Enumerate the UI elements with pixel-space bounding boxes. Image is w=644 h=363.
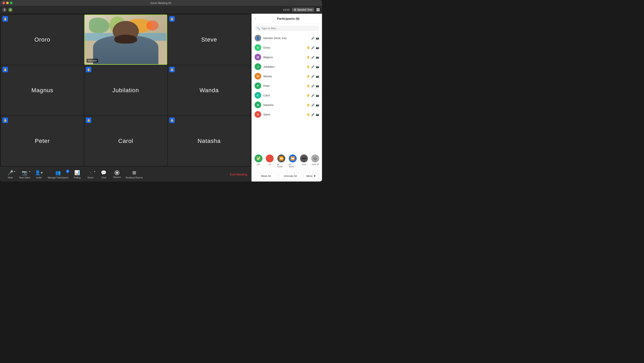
video-caret[interactable]: ▲	[29, 171, 31, 172]
video-tile-jubilation: ✋Jubilation	[84, 65, 167, 116]
reaction-icon-go_slower: ⏪	[278, 155, 285, 162]
reaction-icon-clear_all: ◇	[311, 155, 319, 162]
cam-status-icon-steve: 📷	[316, 113, 319, 116]
traffic-lights	[2, 2, 12, 4]
polling-icon: 📊	[74, 170, 80, 175]
mic-status-icon-narrator: 🎤	[311, 37, 314, 40]
mic-status-icon-wanda: 🎤	[311, 75, 314, 78]
manage-participants-button[interactable]: 👥 9 Manage Participants	[46, 169, 70, 180]
lock-icon[interactable]: 🔒	[8, 8, 12, 12]
chat-button[interactable]: 💬 Chat	[98, 169, 110, 180]
avatar-wanda: W	[254, 73, 261, 80]
chat-icon: 💬	[101, 170, 106, 175]
reaction-label-more: more	[302, 163, 306, 166]
participant-row-natasha[interactable]: NNatasha✋🎤📷	[252, 100, 322, 110]
panel-actions: Mute All Unmute All More ▼	[252, 170, 322, 182]
reaction-icon-go_faster: ⏩	[289, 155, 297, 162]
record-icon	[115, 171, 119, 175]
participant-row-magnus[interactable]: MMagnus✋🎤📷	[252, 52, 322, 62]
cam-status-icon-narrator: 📷	[316, 37, 319, 40]
monitor-icon: 🖥	[294, 8, 296, 11]
stop-video-button[interactable]: 📷 Stop Video ▲	[18, 169, 32, 180]
mic-icon: 🎤	[8, 170, 13, 175]
participant-row-wanda[interactable]: WWanda✋🎤📷	[252, 72, 322, 81]
video-icon: 📷	[22, 170, 28, 175]
participant-row-steve[interactable]: SSteve✋🎤📷	[252, 110, 322, 119]
reaction-btn-more[interactable]: •••more	[300, 155, 308, 168]
bottom-toolbar: 🎤 Mute ▲ 📷 Stop Video ▲ 👤+ Invite 👥 9 Ma…	[0, 167, 252, 182]
video-tile-narrator: ✋ Narrator	[84, 15, 167, 65]
reaction-icon-no: ❌	[266, 155, 274, 162]
participant-row-ororo[interactable]: OOroro✋🎤📷	[252, 43, 322, 52]
panel-more-button[interactable]: More ▼	[303, 173, 319, 179]
chat-label: Chat	[101, 176, 106, 179]
mic-status-icon-ororo: 🎤	[311, 46, 314, 49]
mute-button[interactable]: 🎤 Mute ▲	[4, 169, 16, 180]
mute-all-button[interactable]: Mute All	[254, 173, 277, 179]
participant-row-carol[interactable]: CCarol✋🎤📷	[252, 91, 322, 100]
invite-button[interactable]: 👤+ Invite	[33, 169, 45, 180]
participant-row-narrator[interactable]: 👤Narrator (Host, me)🎤📷	[252, 33, 322, 43]
reaction-label-go_faster: go faster	[289, 163, 297, 168]
breakout-rooms-label: Breakout Rooms	[126, 176, 143, 179]
reaction-btn-no[interactable]: ❌no	[266, 155, 274, 168]
end-meeting-button[interactable]: End Meeting	[230, 173, 247, 176]
cam-status-icon-wanda: 📷	[316, 75, 319, 78]
maximize-button[interactable]	[10, 2, 12, 4]
stop-video-label: Stop Video	[19, 176, 30, 179]
panel-header: ‹ Participants (9)	[252, 14, 322, 24]
hand-raised-icon-peter: ✋	[307, 84, 310, 87]
more-chevron-icon: ▼	[313, 174, 316, 178]
panel-collapse-icon[interactable]: ‹	[255, 17, 256, 20]
participants-search-input[interactable]	[261, 27, 317, 30]
unmute-all-button[interactable]: Unmute All	[279, 173, 302, 179]
video-tile-steve: ✋Steve	[168, 15, 251, 65]
raise-hand-badge-jubilation: ✋	[86, 67, 91, 72]
reaction-btn-yes[interactable]: ✅yes	[254, 155, 262, 168]
participant-name-natasha: Natasha	[263, 103, 304, 107]
video-tile-magnus: ✋Magnus	[1, 65, 84, 116]
reaction-btn-go_slower[interactable]: ⏪go slower	[277, 155, 286, 168]
share-button[interactable]: ↑ Share ▲	[84, 169, 97, 180]
avatar-ororo: O	[254, 44, 261, 51]
reaction-icon-more: •••	[300, 155, 308, 162]
share-label: Share	[87, 176, 93, 179]
tile-name-natasha: Natasha	[198, 138, 220, 144]
minimize-button[interactable]	[6, 2, 9, 4]
grid-view-icon[interactable]	[316, 8, 320, 11]
reaction-bar: ✅yes❌no⏪go slower⏩go faster•••more◇clear…	[252, 152, 322, 170]
close-button[interactable]	[2, 2, 5, 4]
record-button[interactable]: Record	[111, 170, 123, 179]
participant-row-jubilation[interactable]: JJubilation✋🎤📷	[252, 62, 322, 72]
mute-label: Mute	[8, 176, 13, 179]
mic-status-icon-jubilation: 🎤	[311, 65, 314, 68]
meeting-toolbar: ℹ 🔒 19:55 🖥 Speaker View	[0, 6, 322, 14]
cam-status-icon-natasha: 📷	[316, 103, 319, 107]
window-title: Zoom Meeting ID:	[150, 2, 172, 5]
name-tag-narrator: Narrator	[86, 59, 98, 63]
polling-button[interactable]: 📊 Polling	[71, 169, 84, 180]
main-content: ✋Ororo✋ Narrator✋Steve✋Magnus✋Jubilation…	[0, 14, 322, 182]
participant-name-wanda: Wanda	[263, 75, 304, 78]
mute-caret[interactable]: ▲	[14, 171, 15, 172]
breakout-rooms-button[interactable]: ⊞ Breakout Rooms	[124, 169, 144, 180]
cam-status-icon-peter: 📷	[316, 84, 319, 87]
reaction-btn-go_faster[interactable]: ⏩go faster	[289, 155, 297, 168]
participant-row-peter[interactable]: PPeter✋🎤📷	[252, 81, 322, 91]
info-icon[interactable]: ℹ	[2, 8, 7, 12]
reaction-btn-clear_all[interactable]: ◇clear all	[311, 155, 319, 168]
mic-status-icon-natasha: 🎤	[311, 103, 314, 107]
participants-icon: 👥	[55, 170, 61, 175]
toolbar-left: ℹ 🔒	[2, 8, 12, 12]
record-label: Record	[113, 176, 120, 178]
tile-name-peter: Peter	[35, 138, 50, 144]
speaker-view-button[interactable]: 🖥 Speaker View	[292, 8, 314, 12]
cam-status-icon-ororo: 📷	[316, 46, 319, 49]
video-tile-wanda: ✋Wanda	[168, 65, 251, 116]
avatar-magnus: M	[254, 54, 261, 61]
avatar-natasha: N	[254, 102, 261, 108]
mic-status-icon-steve: 🎤	[311, 113, 314, 116]
share-caret[interactable]: ▲	[94, 171, 96, 172]
hand-raised-icon-steve: ✋	[307, 113, 310, 116]
tile-name-jubilation: Jubilation	[112, 87, 139, 94]
